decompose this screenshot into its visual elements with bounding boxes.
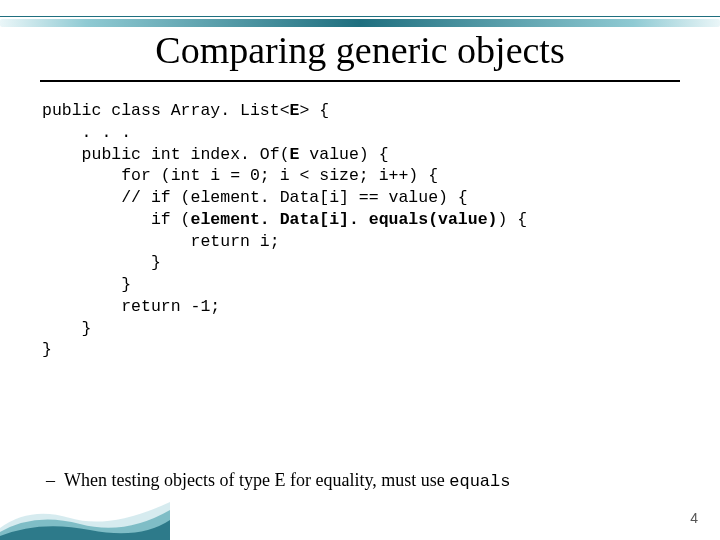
code-equals-call: element. Data[i]. equals(value) (191, 210, 498, 229)
code-line-4: for (int i = 0; i < size; i++) { (42, 166, 438, 185)
code-text: ) { (497, 210, 527, 229)
code-text: public int index. Of( (42, 145, 290, 164)
code-line-6: if (element. Data[i]. equals(value)) { (42, 210, 527, 229)
code-text: > { (299, 101, 329, 120)
code-line-10: return -1; (42, 297, 220, 316)
code-line-9: } (42, 275, 131, 294)
bullet-note: –When testing objects of type E for equa… (46, 470, 680, 491)
code-generic-e: E (290, 145, 300, 164)
bullet-mono-equals: equals (449, 472, 510, 491)
bullet-dash: – (46, 470, 64, 491)
code-line-11: } (42, 319, 92, 338)
top-accent-bar (0, 16, 720, 26)
slide-title: Comparing generic objects (0, 28, 720, 72)
code-line-5: // if (element. Data[i] == value) { (42, 188, 468, 207)
code-line-1: public class Array. List<E> { (42, 101, 329, 120)
code-text: if ( (42, 210, 191, 229)
code-text: value) { (299, 145, 388, 164)
top-gradient-band (0, 19, 720, 27)
code-line-7: return i; (42, 232, 280, 251)
decorative-wave-icon (0, 498, 170, 540)
code-line-3: public int index. Of(E value) { (42, 145, 389, 164)
top-thin-line (0, 16, 720, 17)
code-text: public class Array. List< (42, 101, 290, 120)
code-block: public class Array. List<E> { . . . publ… (42, 100, 700, 361)
code-line-2: . . . (42, 123, 131, 142)
code-line-8: } (42, 253, 161, 272)
bullet-text: When testing objects of type E for equal… (64, 470, 449, 490)
code-generic-e: E (290, 101, 300, 120)
code-line-12: } (42, 340, 52, 359)
page-number: 4 (690, 510, 698, 526)
title-underline (40, 80, 680, 82)
